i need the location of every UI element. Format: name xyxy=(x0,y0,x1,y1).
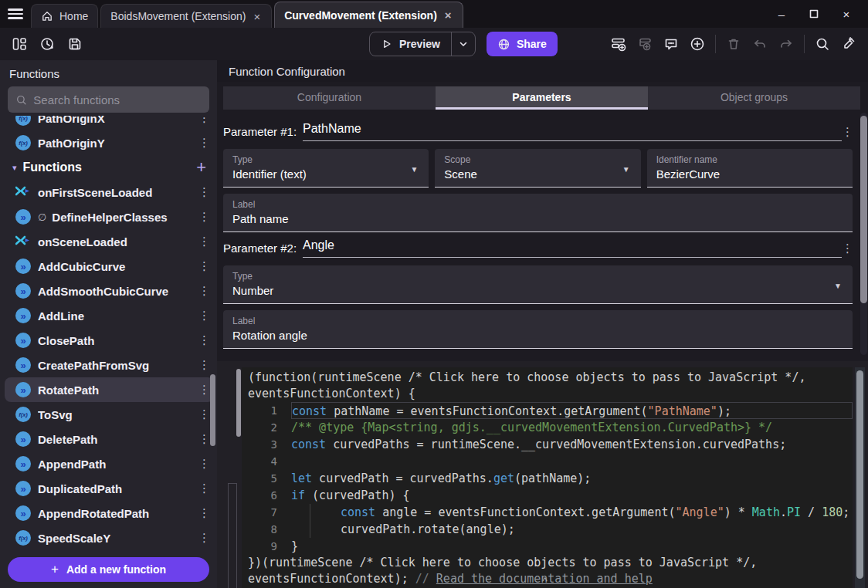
code-wrapper-line[interactable]: })(runtimeScene /* Click here to choose … xyxy=(248,555,853,571)
add-circle-icon[interactable] xyxy=(686,32,709,56)
parameter-2-name-input[interactable]: Angle xyxy=(303,238,842,258)
add-function-plus-icon[interactable]: + xyxy=(196,159,206,176)
sidebar-item-onsceneloaded[interactable]: onSceneLoaded⋮ xyxy=(5,229,214,254)
search-functions-input[interactable] xyxy=(33,93,202,106)
code-line[interactable]: 8curvedPath.rotate(angle); xyxy=(248,521,853,538)
parameter-1-label-input[interactable]: Label Path name xyxy=(223,194,853,232)
sidebar-item-duplicatedpath[interactable]: »DuplicatedPath⋮ xyxy=(5,476,214,501)
sidebar-item-appendpath[interactable]: »AppendPath⋮ xyxy=(5,451,214,476)
preview-button[interactable]: Preview xyxy=(370,32,451,56)
add-comment-icon[interactable] xyxy=(659,32,683,56)
item-menu-icon[interactable]: ⋮ xyxy=(198,210,209,224)
history-icon[interactable] xyxy=(36,32,59,56)
code-line[interactable]: 1const pathName = eventsFunctionContext.… xyxy=(248,402,853,419)
collapse-triangle-icon[interactable]: ▾ xyxy=(12,163,17,173)
item-menu-icon[interactable]: ⋮ xyxy=(198,259,209,273)
parameters-scrollbar-thumb[interactable] xyxy=(860,116,867,303)
sidebar-item-createpathfromsvg[interactable]: »CreatePathFromSvg⋮ xyxy=(5,353,214,377)
edit-extension-icon[interactable] xyxy=(837,32,860,56)
function-configuration-panel: Function Configuration Configuration Par… xyxy=(217,60,868,588)
parameter-1-type-select[interactable]: Type Identifier (text) ▼ xyxy=(223,149,429,188)
item-menu-icon[interactable]: ⋮ xyxy=(198,432,209,446)
item-menu-icon[interactable]: ⋮ xyxy=(198,407,209,421)
share-button[interactable]: Share xyxy=(487,32,558,56)
collapse-caret-icon[interactable]: ^ xyxy=(543,575,548,586)
item-menu-icon[interactable]: ⋮ xyxy=(198,116,209,125)
parameter-1-identifier-input[interactable]: Identifier name BezierCurve xyxy=(647,149,853,188)
sidebar-item-pathoriginy[interactable]: f(x)PathOriginY⋮ xyxy=(5,130,214,155)
preview-options-button[interactable] xyxy=(451,32,475,56)
sidebar-item-appendrotatedpath[interactable]: »AppendRotatedPath⋮ xyxy=(5,501,214,525)
tab-home[interactable]: Home xyxy=(31,4,98,28)
sidebar-item-speedscaley[interactable]: f(x)SpeedScaleY⋮ xyxy=(5,525,214,550)
code-wrapper-line[interactable]: (function(runtimeScene /* Click here to … xyxy=(248,370,853,386)
search-functions-box[interactable] xyxy=(8,86,209,113)
close-tab-icon[interactable]: × xyxy=(443,8,453,22)
code-line[interactable]: 5let curvedPath = curvedPaths.get(pathNa… xyxy=(248,470,853,487)
event-drag-handle[interactable] xyxy=(236,369,241,437)
item-menu-icon[interactable]: ⋮ xyxy=(198,333,209,347)
parameter-2-menu-icon[interactable]: ⋮ xyxy=(842,242,853,255)
code-editor[interactable]: (function(runtimeScene /* Click here to … xyxy=(242,367,853,588)
window-controls: – × xyxy=(771,8,868,21)
tab-curvedmovement[interactable]: CurvedMovement (Extension) × xyxy=(274,2,463,28)
save-icon[interactable] xyxy=(63,32,86,56)
sidebar-item-addline[interactable]: »AddLine⋮ xyxy=(5,303,214,328)
item-menu-icon[interactable]: ⋮ xyxy=(198,284,209,298)
sidebar-item-rotatepath[interactable]: »RotatePath⋮ xyxy=(5,377,214,402)
item-menu-icon[interactable]: ⋮ xyxy=(198,185,209,199)
undo-icon[interactable] xyxy=(748,32,771,56)
tab-configuration[interactable]: Configuration xyxy=(223,86,436,110)
parameter-1-scope-select[interactable]: Scope Scene ▼ xyxy=(435,149,640,188)
code-line[interactable]: 6if (curvedPath) { xyxy=(248,487,853,504)
code-line[interactable]: 7const angle = eventsFunctionContext.get… xyxy=(248,504,853,521)
action-function-icon: » xyxy=(15,481,31,496)
item-menu-icon[interactable]: ⋮ xyxy=(198,482,209,495)
parameter-1-menu-icon[interactable]: ⋮ xyxy=(842,125,853,139)
sidebar-item-addsmoothcubiccurve[interactable]: »AddSmoothCubicCurve⋮ xyxy=(5,279,214,303)
maximize-button[interactable] xyxy=(803,8,825,21)
search-icon[interactable] xyxy=(811,32,834,56)
sidebar-item-closepath[interactable]: »ClosePath⋮ xyxy=(5,328,214,353)
add-subevent-icon[interactable] xyxy=(633,32,656,56)
delete-icon[interactable] xyxy=(722,32,745,56)
code-scrollbar-thumb[interactable] xyxy=(856,370,863,579)
sidebar-scrollbar[interactable] xyxy=(210,374,215,446)
line-number: 7 xyxy=(248,505,291,521)
item-menu-icon[interactable]: ⋮ xyxy=(198,457,209,471)
sidebar-item-definehelperclasses[interactable]: »∅DefineHelperClasses⋮ xyxy=(5,204,214,229)
sidebar-item-tosvg[interactable]: f(x)ToSvg⋮ xyxy=(5,402,214,427)
sidebar-item-deletepath[interactable]: »DeletePath⋮ xyxy=(5,427,214,451)
tab-boidsmovement[interactable]: BoidsMovement (Extension) × xyxy=(100,4,272,28)
close-tab-icon[interactable]: × xyxy=(252,10,262,23)
item-menu-icon[interactable]: ⋮ xyxy=(198,235,209,248)
tab-object-groups[interactable]: Object groups xyxy=(648,86,860,110)
sidebar-item-addcubiccurve[interactable]: »AddCubicCurve⋮ xyxy=(5,254,214,279)
sidebar-item-onfirstsceneloaded[interactable]: onFirstSceneLoaded⋮ xyxy=(5,180,214,204)
code-line[interactable]: 9} xyxy=(248,538,853,555)
function-name: AppendRotatedPath xyxy=(38,507,192,520)
main-menu-icon[interactable] xyxy=(0,0,31,28)
parameter-2-label-input[interactable]: Label Rotation angle xyxy=(223,310,853,349)
add-new-function-button[interactable]: + Add a new function xyxy=(8,557,209,582)
close-button[interactable]: × xyxy=(836,8,857,21)
functions-section-header[interactable]: ▾ Functions + xyxy=(5,155,214,180)
parameter-1-name-input[interactable]: PathName xyxy=(303,122,842,141)
item-menu-icon[interactable]: ⋮ xyxy=(198,383,209,397)
add-event-icon[interactable] xyxy=(607,32,630,56)
code-line[interactable]: 4 xyxy=(248,453,853,470)
code-line[interactable]: 2/** @type {Map<string, gdjs.__curvedMov… xyxy=(248,419,853,436)
tab-parameters[interactable]: Parameters xyxy=(436,86,648,110)
redo-icon[interactable] xyxy=(775,32,798,56)
item-menu-icon[interactable]: ⋮ xyxy=(198,531,209,545)
item-menu-icon[interactable]: ⋮ xyxy=(198,309,209,323)
code-line[interactable]: 3const curvedPaths = runtimeScene.__curv… xyxy=(248,436,853,453)
open-panels-icon[interactable] xyxy=(8,32,31,56)
item-menu-icon[interactable]: ⋮ xyxy=(198,136,209,150)
minimize-button[interactable]: – xyxy=(771,8,792,21)
parameter-2-type-select[interactable]: Type Number ▼ xyxy=(223,265,853,304)
sidebar-item-pathoriginx[interactable]: f(x)PathOriginX⋮ xyxy=(5,116,214,130)
action-function-icon: » xyxy=(15,283,31,299)
item-menu-icon[interactable]: ⋮ xyxy=(198,358,209,372)
item-menu-icon[interactable]: ⋮ xyxy=(198,506,209,520)
